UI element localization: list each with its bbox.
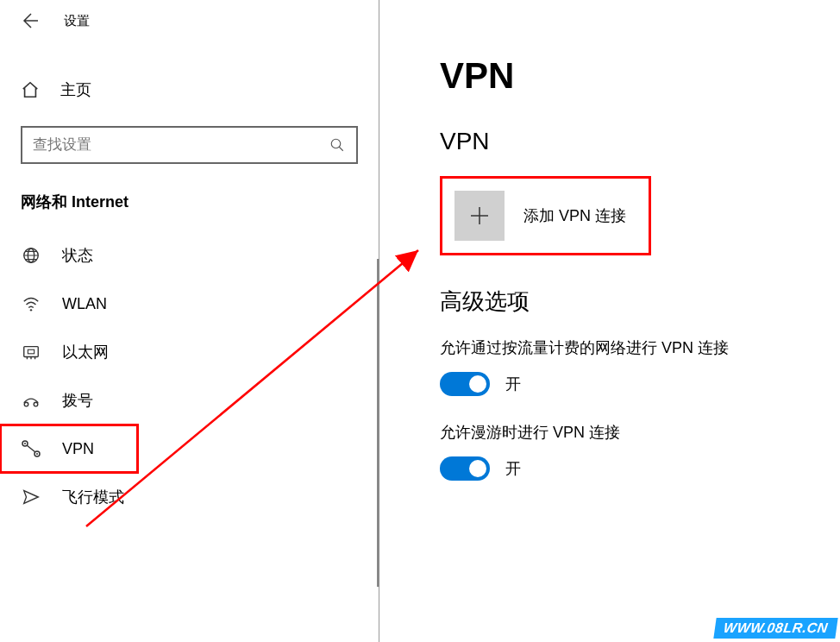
airplane-icon xyxy=(22,488,41,507)
window-title: 设置 xyxy=(64,13,90,29)
sidebar-nav: 状态 WLAN 以太网 拨号 VPN 飞行模式 xyxy=(0,231,379,521)
sidebar-item-label: WLAN xyxy=(62,295,107,313)
svg-rect-5 xyxy=(28,349,34,354)
sidebar-item-label: 状态 xyxy=(62,245,93,266)
wifi-icon xyxy=(22,294,41,313)
sidebar: 设置 主页 网络和 Internet 状态 WLAN xyxy=(0,0,379,642)
svg-point-6 xyxy=(24,402,28,406)
option-roaming-label: 允许漫游时进行 VPN 连接 xyxy=(440,422,840,443)
sidebar-item-wlan[interactable]: WLAN xyxy=(0,280,379,328)
option-metered-state: 开 xyxy=(505,374,521,394)
vpn-icon xyxy=(21,440,41,457)
search-input[interactable] xyxy=(33,136,329,154)
option-metered-label: 允许通过按流量计费的网络进行 VPN 连接 xyxy=(440,337,840,358)
option-metered-toggle[interactable] xyxy=(440,372,490,396)
advanced-section-heading: 高级选项 xyxy=(440,286,840,317)
svg-point-10 xyxy=(24,443,26,444)
add-vpn-button[interactable]: 添加 VPN 连接 xyxy=(454,191,636,241)
sidebar-item-label: VPN xyxy=(62,440,94,458)
sidebar-item-ethernet[interactable]: 以太网 xyxy=(0,328,379,376)
sidebar-item-airplane[interactable]: 飞行模式 xyxy=(0,473,379,521)
home-label: 主页 xyxy=(60,79,91,100)
page-title: VPN xyxy=(440,55,840,97)
search-icon xyxy=(329,137,346,153)
sidebar-item-label: 以太网 xyxy=(62,342,109,362)
sidebar-item-dialup[interactable]: 拨号 xyxy=(0,376,379,425)
svg-point-7 xyxy=(34,402,38,406)
back-button[interactable] xyxy=(16,7,43,35)
sidebar-home[interactable]: 主页 xyxy=(0,66,379,114)
svg-rect-4 xyxy=(24,347,39,357)
svg-point-0 xyxy=(331,139,341,148)
sidebar-item-label: 飞行模式 xyxy=(62,487,124,507)
sidebar-item-status[interactable]: 状态 xyxy=(0,231,379,280)
main-content: VPN VPN 添加 VPN 连接 高级选项 允许通过按流量计费的网络进行 VP… xyxy=(379,0,840,642)
home-icon xyxy=(21,80,40,99)
back-arrow-icon xyxy=(21,12,38,29)
sidebar-item-vpn[interactable]: VPN xyxy=(0,425,138,473)
globe-icon xyxy=(22,246,41,265)
watermark: WWW.08LR.CN xyxy=(714,618,838,639)
sidebar-item-label: 拨号 xyxy=(62,390,93,411)
sidebar-category: 网络和 Internet xyxy=(0,164,379,221)
svg-point-11 xyxy=(36,453,38,455)
vpn-section-heading: VPN xyxy=(440,128,840,155)
ethernet-icon xyxy=(22,343,41,362)
titlebar: 设置 xyxy=(0,0,379,41)
plus-icon xyxy=(454,191,505,241)
option-roaming-toggle[interactable] xyxy=(440,456,490,481)
dialup-icon xyxy=(22,393,41,408)
add-vpn-highlight: 添加 VPN 连接 xyxy=(440,176,651,255)
svg-point-3 xyxy=(30,309,32,311)
search-box[interactable] xyxy=(21,126,358,164)
add-vpn-label: 添加 VPN 连接 xyxy=(523,205,626,226)
option-roaming-state: 开 xyxy=(505,458,521,479)
